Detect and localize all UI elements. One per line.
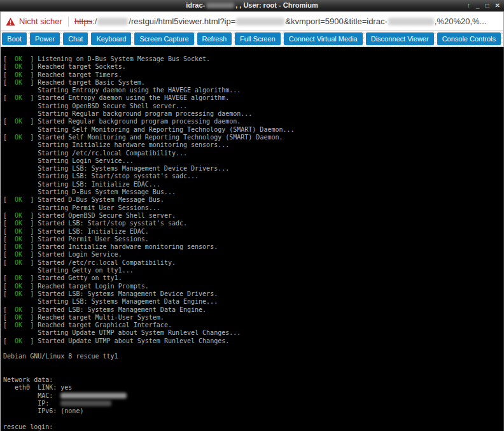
redacted-url-part <box>97 18 128 25</box>
console-line: Starting LSB: Initialize EDAC... <box>3 181 503 188</box>
console-line: Starting LSB: Systems Management Data En… <box>3 298 503 306</box>
console-controls-button[interactable]: Console Controls <box>437 32 501 45</box>
console-line: [ OK ] Started LSB: Initialize EDAC. <box>3 228 503 236</box>
minimize-icon[interactable]: _ <box>476 0 480 11</box>
ok-status: OK <box>15 134 22 141</box>
console-line: rescue login: <box>3 423 503 431</box>
boot-button[interactable]: Boot <box>2 32 27 45</box>
ok-status: OK <box>15 94 22 101</box>
ok-status: OK <box>15 290 22 297</box>
ok-status: OK <box>15 79 22 86</box>
disconnect-viewer-button[interactable]: Disconnect Viewer <box>366 32 434 45</box>
console-line <box>3 345 503 353</box>
refresh-button[interactable]: Refresh <box>197 32 232 45</box>
console-line: Starting Initialize hardware monitoring … <box>3 141 503 149</box>
console-line: [ OK ] Started Initialize hardware monit… <box>3 243 503 251</box>
redacted-mac-address <box>60 393 127 399</box>
url-text: :/ <box>92 17 97 26</box>
ok-status: OK <box>15 212 22 219</box>
console-line: Starting Entropy daemon using the HAVEGE… <box>3 87 503 94</box>
redacted-ip-address <box>60 400 111 406</box>
console-line: [ OK ] Started Update UTMP about System … <box>3 337 503 345</box>
console-line: Starting LSB: Systems Management Device … <box>3 165 503 173</box>
url-segments: ://restgui/html5viewer.html?ip=&kvmport=… <box>92 17 486 26</box>
console-line <box>3 416 503 423</box>
keyboard-button[interactable]: Keyboard <box>91 32 131 45</box>
ok-status: OK <box>15 243 22 250</box>
console-line: [ OK ] Started Self Monitoring and Repor… <box>3 134 503 141</box>
url-display[interactable]: https://restgui/html5viewer.html?ip=&kvm… <box>74 17 487 26</box>
console-line: Starting OpenBSD Secure Shell server... <box>3 102 503 110</box>
window-title-suffix: , , User: root - Chromium <box>235 1 318 9</box>
url-text: /restgui/html5viewer.html?ip= <box>129 17 235 26</box>
console-line: [ OK ] Started Permit User Sessions. <box>3 236 503 243</box>
console-line: Debian GNU/Linux 8 rescue tty1 <box>3 353 503 360</box>
console-line: [ OK ] Reached target Login Prompts. <box>3 283 503 290</box>
ok-status: OK <box>15 196 22 203</box>
console-line: [ OK ] Started Entropy daemon using the … <box>3 94 503 102</box>
ok-status: OK <box>15 251 22 258</box>
console-line: Starting Self Monitoring and Reporting T… <box>3 126 503 134</box>
not-secure-warning-icon[interactable] <box>6 17 15 26</box>
console-line: IP: <box>3 400 503 407</box>
chat-button[interactable]: Chat <box>63 32 88 45</box>
power-button[interactable]: Power <box>30 32 60 45</box>
full-screen-button[interactable]: Full Screen <box>235 32 281 45</box>
console-line: [ OK ] Started Regular background progra… <box>3 118 503 125</box>
console-line: eth0 LINK: yes <box>3 384 503 392</box>
console-line: [ OK ] Reached target Basic System. <box>3 79 503 87</box>
console-line: [ OK ] Reached target Sockets. <box>3 63 503 71</box>
console-line: Starting /etc/rc.local Compatibility... <box>3 150 503 157</box>
console-line: [ OK ] Started Getty on tty1. <box>3 274 503 282</box>
ok-status: OK <box>15 55 22 62</box>
console-line: Starting Regular background program proc… <box>3 110 503 118</box>
console-line: [ OK ] Started LSB: Start/stop sysstat's… <box>3 220 503 227</box>
not-secure-label: Nicht sicher <box>19 17 62 26</box>
ok-status: OK <box>15 118 22 125</box>
console-line: [ OK ] Started D-Bus System Message Bus. <box>3 196 503 204</box>
ok-status: OK <box>15 228 22 235</box>
console-line: [ OK ] Reached target Timers. <box>3 71 503 79</box>
browser-address-bar[interactable]: Nicht sicher https://restgui/html5viewer… <box>0 11 504 31</box>
console-line: [ OK ] Started OpenBSD Secure Shell serv… <box>3 212 503 220</box>
window-controls: ↑ _ □ ✕ <box>467 0 500 11</box>
ok-status: OK <box>15 63 22 70</box>
console-line: [ OK ] Listening on D-Bus System Message… <box>3 55 503 63</box>
console-line: [ OK ] Started LSB: Systems Management D… <box>3 306 503 314</box>
console-line: IPv6: (none) <box>3 407 503 415</box>
keep-above-icon[interactable]: ↑ <box>467 0 470 11</box>
console-screen[interactable]: [ OK ] Listening on D-Bus System Message… <box>0 47 504 431</box>
console-line: Starting Login Service... <box>3 157 503 165</box>
ok-status: OK <box>15 220 22 227</box>
console-line: Starting Getty on tty1... <box>3 267 503 274</box>
url-text: &kvmport=5900&title=idrac- <box>285 17 387 26</box>
redacted-url-part <box>236 18 284 25</box>
url-scheme: https <box>74 17 92 26</box>
redacted-hostname <box>206 3 234 8</box>
console-line: Starting D-Bus System Message Bus... <box>3 188 503 196</box>
maximize-icon[interactable]: □ <box>486 0 489 11</box>
console-line: Starting LSB: Start/stop sysstat's sadc.… <box>3 173 503 180</box>
console-line: [ OK ] Reached target Multi-User System. <box>3 314 503 321</box>
ok-status: OK <box>15 236 22 243</box>
window-title: idrac-, , User: root - Chromium <box>0 0 504 11</box>
ok-status: OK <box>15 306 22 313</box>
ok-status: OK <box>15 283 22 290</box>
console-line: [ OK ] Started /etc/rc.local Compatibili… <box>3 259 503 267</box>
console-line: Starting Permit User Sessions... <box>3 204 503 212</box>
ok-status: OK <box>15 337 22 344</box>
redacted-url-part <box>388 18 434 25</box>
screen-capture-button[interactable]: Screen Capture <box>134 32 193 45</box>
url-text: ,%20%20,%... <box>435 17 487 26</box>
window-titlebar[interactable]: idrac-, , User: root - Chromium ↑ _ □ ✕ <box>0 0 504 11</box>
connect-virtual-media-button[interactable]: Connect Virtual Media <box>284 32 363 45</box>
ok-status: OK <box>15 314 22 321</box>
address-bar-divider <box>68 17 69 27</box>
console-line: [ OK ] Reached target Graphical Interfac… <box>3 321 503 329</box>
browser-window: idrac-, , User: root - Chromium ↑ _ □ ✕ … <box>0 0 504 431</box>
console-toolbar: BootPowerChatKeyboardScreen CaptureRefre… <box>0 31 504 47</box>
ok-status: OK <box>15 259 22 266</box>
console-line: [ OK ] Started Login Service. <box>3 251 503 258</box>
console-line <box>3 361 503 369</box>
close-icon[interactable]: ✕ <box>495 0 500 11</box>
